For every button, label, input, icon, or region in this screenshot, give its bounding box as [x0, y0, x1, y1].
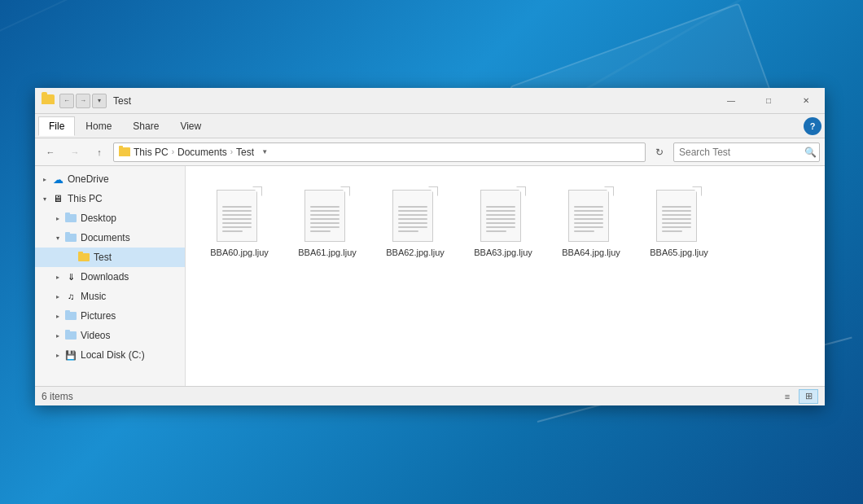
window-controls: — □ ✕	[712, 88, 825, 114]
videos-folder-icon	[64, 329, 77, 342]
list-view-icon: ≡	[785, 392, 790, 401]
view-buttons: ≡ ⊞	[778, 389, 818, 404]
desktop-folder-icon	[64, 212, 77, 225]
sidebar-label-onedrive: OneDrive	[68, 173, 109, 185]
close-button[interactable]: ✕	[787, 88, 825, 114]
file-item[interactable]: BBA62.jpg.ljuy	[375, 179, 456, 265]
file-item[interactable]: BBA64.jpg.ljuy	[550, 179, 632, 265]
sidebar-item-documents[interactable]: ▾ Documents	[35, 228, 185, 248]
expand-arrow-desktop: ▸	[51, 212, 64, 225]
explorer-window: ← → ▾ Test — □ ✕ File Home Share View ? …	[35, 88, 825, 405]
pc-icon: 🖥	[51, 192, 64, 205]
sidebar-label-localdisk: Local Disk (C:)	[81, 349, 145, 361]
window-title: Test	[110, 95, 712, 107]
menu-tab-view[interactable]: View	[169, 116, 212, 136]
expand-arrow-downloads: ▸	[51, 270, 64, 283]
expand-arrow-localdisk: ▸	[51, 348, 64, 362]
status-bar: 6 items ≡ ⊞	[35, 386, 825, 405]
sidebar-item-pictures[interactable]: ▸ Pictures	[35, 306, 185, 326]
music-icon: ♫	[64, 290, 77, 303]
sidebar: ▸ ☁ OneDrive ▾ 🖥 This PC ▸ Desktop ▾ Doc…	[35, 166, 186, 386]
address-dropdown-arrow[interactable]: ▼	[257, 142, 272, 162]
menu-tab-share[interactable]: Share	[122, 116, 169, 136]
search-box[interactable]: 🔍	[673, 142, 820, 162]
main-area: ▸ ☁ OneDrive ▾ 🖥 This PC ▸ Desktop ▾ Doc…	[35, 166, 825, 386]
title-bar-quick-access: ← → ▾	[59, 94, 107, 108]
file-name: BBA65.jpg.ljuy	[650, 247, 708, 258]
maximize-button[interactable]: □	[750, 88, 787, 114]
sidebar-item-onedrive[interactable]: ▸ ☁ OneDrive	[35, 169, 185, 189]
icon-view-button[interactable]: ⊞	[799, 389, 818, 404]
menu-bar: File Home Share View ?	[35, 114, 825, 138]
pictures-folder-icon	[64, 309, 77, 322]
sidebar-item-thispc[interactable]: ▾ 🖥 This PC	[35, 189, 185, 208]
menu-tab-file[interactable]: File	[38, 116, 75, 136]
menu-tab-home[interactable]: Home	[75, 116, 122, 136]
file-icon	[656, 186, 702, 242]
file-name: BBA61.jpg.ljuy	[298, 247, 357, 258]
file-name: BBA64.jpg.ljuy	[562, 247, 620, 258]
sidebar-label-documents: Documents	[81, 232, 130, 243]
file-item[interactable]: BBA61.jpg.ljuy	[287, 179, 368, 265]
file-item[interactable]: BBA60.jpg.ljuy	[199, 179, 280, 265]
file-icon	[304, 186, 350, 242]
quick-access-forward[interactable]: →	[76, 94, 90, 108]
file-icon	[480, 186, 526, 242]
disk-icon: 💾	[64, 348, 77, 362]
breadcrumb-sep-2: ›	[230, 147, 233, 156]
documents-folder-icon	[64, 231, 77, 244]
sidebar-label-music: Music	[81, 291, 106, 302]
icon-view-icon: ⊞	[805, 391, 813, 401]
expand-arrow-thispc: ▾	[38, 192, 51, 205]
downloads-icon: ⇓	[64, 270, 77, 283]
list-view-button[interactable]: ≡	[778, 389, 797, 404]
title-bar: ← → ▾ Test — □ ✕	[35, 88, 825, 114]
search-icon[interactable]: 🔍	[804, 147, 817, 158]
file-icon	[568, 186, 614, 242]
expand-arrow-onedrive: ▸	[38, 173, 51, 186]
file-name: BBA62.jpg.ljuy	[386, 247, 445, 258]
breadcrumb-current: Test	[236, 147, 254, 158]
breadcrumb-sep-1: ›	[172, 147, 174, 156]
back-button[interactable]: ←	[40, 142, 61, 162]
content-area: BBA60.jpg.ljuy BBA61.jpg.l	[186, 166, 825, 386]
breadcrumb-documents[interactable]: Documents	[177, 147, 227, 158]
sidebar-item-music[interactable]: ▸ ♫ Music	[35, 287, 185, 306]
quick-access-dropdown[interactable]: ▾	[92, 94, 107, 108]
sidebar-item-videos[interactable]: ▸ Videos	[35, 326, 185, 345]
file-item[interactable]: BBA63.jpg.ljuy	[462, 179, 544, 265]
up-button[interactable]: ↑	[89, 142, 110, 162]
forward-button[interactable]: →	[64, 142, 85, 162]
refresh-button[interactable]: ↻	[649, 142, 670, 162]
item-count: 6 items	[42, 391, 778, 402]
test-folder-icon	[77, 251, 90, 264]
sidebar-label-downloads: Downloads	[81, 271, 129, 283]
sidebar-label-test: Test	[94, 252, 112, 263]
sidebar-label-desktop: Desktop	[81, 213, 116, 224]
expand-arrow-music: ▸	[51, 290, 64, 303]
search-input[interactable]	[679, 147, 801, 158]
help-button[interactable]: ?	[804, 117, 821, 135]
sidebar-item-localdisk[interactable]: ▸ 💾 Local Disk (C:)	[35, 345, 185, 365]
address-bar[interactable]: This PC › Documents › Test ▼	[113, 142, 646, 162]
minimize-button[interactable]: —	[712, 88, 750, 114]
expand-arrow-videos: ▸	[51, 329, 64, 342]
files-grid: BBA60.jpg.ljuy BBA61.jpg.l	[186, 166, 825, 278]
sidebar-item-downloads[interactable]: ▸ ⇓ Downloads	[35, 267, 185, 287]
file-icon	[217, 186, 262, 242]
file-name: BBA60.jpg.ljuy	[210, 247, 269, 258]
quick-access-back[interactable]: ←	[59, 94, 74, 108]
sidebar-item-test[interactable]: Test	[35, 248, 185, 267]
onedrive-icon: ☁	[51, 173, 64, 186]
file-name: BBA63.jpg.ljuy	[474, 247, 532, 258]
expand-arrow-documents: ▾	[51, 231, 64, 244]
sidebar-item-desktop[interactable]: ▸ Desktop	[35, 208, 185, 228]
title-bar-folder-icon	[42, 94, 55, 107]
file-icon	[392, 186, 438, 242]
file-item[interactable]: BBA65.jpg.ljuy	[638, 179, 720, 265]
address-folder-icon	[119, 147, 130, 156]
breadcrumb-thispc[interactable]: This PC	[134, 147, 169, 158]
sidebar-label-thispc: This PC	[68, 193, 103, 204]
nav-bar: ← → ↑ This PC › Documents › Test ▼ ↻ 🔍	[35, 138, 825, 166]
sidebar-label-videos: Videos	[81, 330, 110, 341]
